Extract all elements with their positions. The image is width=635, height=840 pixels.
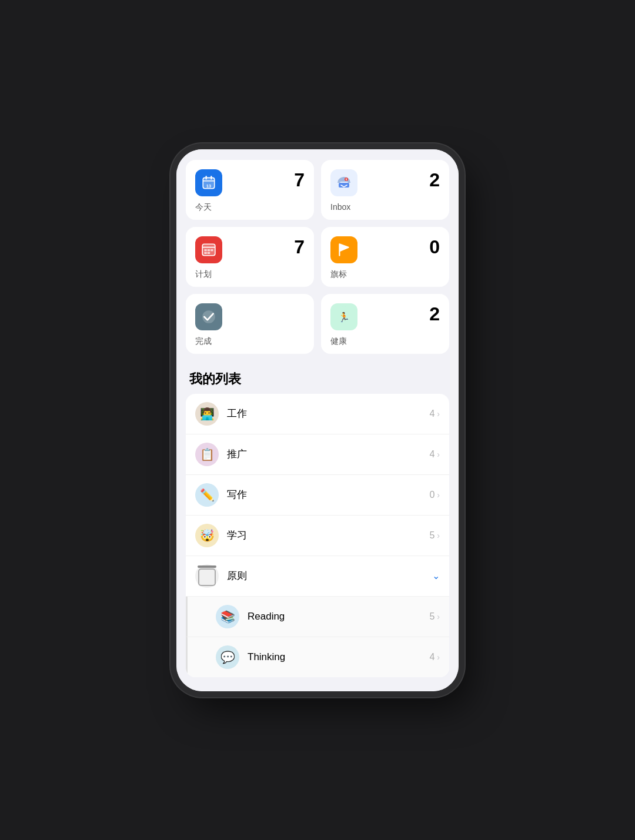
card-inbox[interactable]: 2 Inbox xyxy=(321,160,449,220)
list-item-work[interactable]: 👨‍💻 工作 4 › xyxy=(186,394,449,434)
list-item-thinking[interactable]: 💬 Thinking 4 › xyxy=(186,637,449,677)
flag-count: 0 xyxy=(429,236,440,258)
study-right: 5 › xyxy=(429,530,440,541)
promotion-chevron: › xyxy=(437,450,440,459)
flag-icon xyxy=(330,236,357,263)
done-icon xyxy=(195,303,222,330)
reading-count: 5 xyxy=(429,611,435,622)
health-icon: 🏃 xyxy=(330,303,357,330)
study-count: 5 xyxy=(429,530,435,541)
study-icon: 🤯 xyxy=(195,524,219,547)
writing-count: 0 xyxy=(429,490,435,500)
phone-frame: 13 7 今天 xyxy=(176,149,459,691)
card-today[interactable]: 13 7 今天 xyxy=(186,160,314,220)
writing-right: 0 › xyxy=(429,490,440,500)
today-icon: 13 xyxy=(195,169,222,196)
list-item-reading[interactable]: 📚 Reading 5 › xyxy=(186,597,449,637)
promotion-count: 4 xyxy=(429,449,435,460)
done-label: 完成 xyxy=(195,336,305,347)
today-count: 7 xyxy=(294,169,305,191)
writing-label: 写作 xyxy=(227,488,429,501)
principles-right: ⌄ xyxy=(432,570,440,581)
flag-label: 旗标 xyxy=(330,269,440,280)
thinking-count: 4 xyxy=(429,652,435,662)
plan-label: 计划 xyxy=(195,269,305,280)
card-plan[interactable]: 7 计划 xyxy=(186,227,314,287)
svg-text:13: 13 xyxy=(206,183,211,188)
svg-rect-21 xyxy=(199,569,215,585)
inbox-count: 2 xyxy=(429,169,440,191)
study-label: 学习 xyxy=(227,528,429,542)
inbox-label: Inbox xyxy=(330,202,440,212)
principles-label: 原则 xyxy=(227,569,432,583)
plan-icon xyxy=(195,236,222,263)
section-header: 我的列表 xyxy=(186,361,449,394)
list-item-writing[interactable]: ✏️ 写作 0 › xyxy=(186,475,449,516)
work-chevron: › xyxy=(437,409,440,419)
list-item-principles[interactable]: 原则 ⌄ xyxy=(186,556,449,597)
svg-text:🏃: 🏃 xyxy=(338,312,350,323)
health-count: 2 xyxy=(429,303,440,325)
svg-rect-13 xyxy=(208,249,210,250)
cards-grid: 13 7 今天 xyxy=(186,160,449,354)
thinking-chevron: › xyxy=(437,652,440,662)
work-right: 4 › xyxy=(429,409,440,419)
study-chevron: › xyxy=(437,531,440,540)
svg-rect-20 xyxy=(198,565,216,568)
promotion-label: 推广 xyxy=(227,447,429,461)
work-icon: 👨‍💻 xyxy=(195,402,219,426)
reading-right: 5 › xyxy=(429,611,440,622)
phone-inner: 13 7 今天 xyxy=(176,149,459,691)
svg-rect-14 xyxy=(210,249,213,250)
promotion-right: 4 › xyxy=(429,449,440,460)
list-container: 👨‍💻 工作 4 › 📋 推广 4 › xyxy=(186,394,449,677)
svg-rect-15 xyxy=(204,252,206,253)
work-count: 4 xyxy=(429,409,435,419)
card-done[interactable]: 完成 xyxy=(186,294,314,354)
plan-count: 7 xyxy=(294,236,305,258)
thinking-icon: 💬 xyxy=(216,645,239,669)
thinking-right: 4 › xyxy=(429,652,440,662)
promotion-icon: 📋 xyxy=(195,443,219,466)
today-label: 今天 xyxy=(195,202,305,213)
writing-icon: ✏️ xyxy=(195,483,219,507)
writing-chevron: › xyxy=(437,490,440,500)
list-item-study[interactable]: 🤯 学习 5 › xyxy=(186,516,449,556)
list-item-promotion[interactable]: 📋 推广 4 › xyxy=(186,434,449,475)
work-label: 工作 xyxy=(227,407,429,420)
reading-label: Reading xyxy=(248,611,429,623)
reading-chevron: › xyxy=(437,612,440,621)
card-health[interactable]: 🏃 2 健康 xyxy=(321,294,449,354)
card-flag[interactable]: 0 旗标 xyxy=(321,227,449,287)
svg-rect-12 xyxy=(204,249,206,250)
thinking-label: Thinking xyxy=(248,651,429,663)
principles-chevron-down[interactable]: ⌄ xyxy=(432,570,440,581)
health-label: 健康 xyxy=(330,336,440,347)
svg-rect-16 xyxy=(208,252,210,253)
principles-icon xyxy=(195,564,219,588)
reading-icon: 📚 xyxy=(216,605,239,628)
inbox-icon xyxy=(330,169,357,196)
